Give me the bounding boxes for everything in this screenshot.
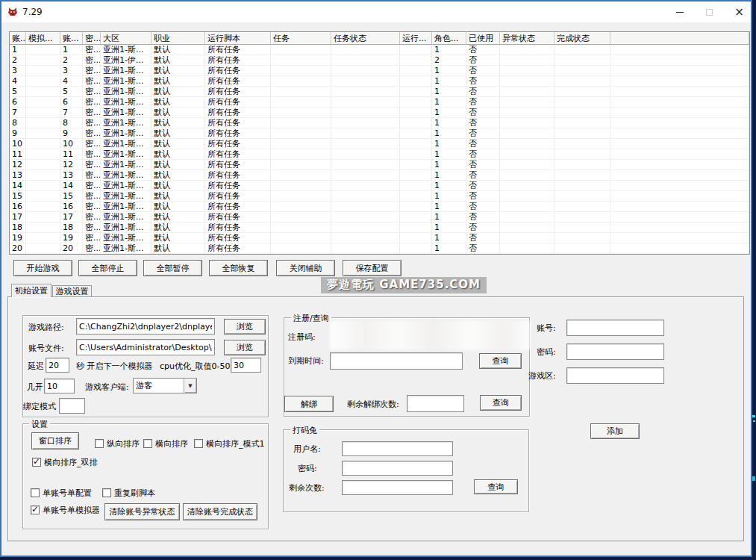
add-password-input[interactable] <box>566 343 664 360</box>
table-header-cell[interactable]: 运行脚本 <box>205 32 271 45</box>
table-cell: 所有任务 <box>205 223 271 233</box>
browse-account-file-button[interactable]: 浏览 <box>224 340 266 355</box>
captcha-remaining-label: 剩余次数: <box>289 482 325 494</box>
game-client-select[interactable]: 游客 ▼ <box>133 378 197 393</box>
table-header-cell[interactable]: 大区 <box>101 32 151 45</box>
add-region-input[interactable] <box>566 367 664 384</box>
table-row[interactable]: 1616密...亚洲1-斯...默认所有任务1否 <box>10 202 749 212</box>
table-row[interactable]: 1919密...亚洲1-斯...默认所有任务1否 <box>10 233 749 243</box>
checkbox-single-account-emulator[interactable]: ✓ <box>31 505 40 514</box>
table-cell: 所有任务 <box>205 128 271 139</box>
table-cell: 默认 <box>151 76 205 87</box>
table-row[interactable]: 1515密...亚洲1-斯...默认所有任务1否 <box>10 191 749 202</box>
table-row[interactable]: 1717密...亚洲1-斯...默认所有任务1否 <box>10 212 749 223</box>
table-row[interactable]: 22密...亚洲1-伊...默认所有任务2否 <box>10 55 749 66</box>
table-header-cell[interactable]: 异常状态 <box>500 32 554 45</box>
table-header-cell[interactable]: 任务状态 <box>331 32 400 45</box>
window-sort-button[interactable]: 窗口排序 <box>31 432 79 449</box>
table-cell: 否 <box>466 139 500 149</box>
expire-time-label: 到期时间: <box>288 355 324 367</box>
table-row[interactable]: 1313密...亚洲1-斯...默认所有任务1否 <box>10 170 749 181</box>
checkbox-vertical-sort[interactable]: ✓ <box>95 439 104 448</box>
clear-complete-status-button[interactable]: 清除账号完成状态 <box>183 503 257 520</box>
query-captcha-button[interactable]: 查询 <box>474 479 518 494</box>
expire-time-input[interactable] <box>330 352 463 370</box>
table-row[interactable]: 1111密...亚洲1-斯...默认所有任务1否 <box>10 149 749 160</box>
chevron-down-icon[interactable]: ▼ <box>184 379 196 393</box>
table-row[interactable]: 99密...亚洲1-斯...默认所有任务1否 <box>10 128 749 139</box>
table-row[interactable]: 1212密...亚洲1-斯...默认所有任务1否 <box>10 160 749 170</box>
checkbox-horizontal-sort-double[interactable]: ✓ <box>32 458 41 467</box>
checkbox-horizontal-sort-mode1[interactable]: ✓ <box>194 439 203 448</box>
table-row[interactable]: 2020密...亚洲1-斯...默认所有任务1否 <box>10 243 749 254</box>
start-game-button[interactable]: 开始游戏 <box>13 260 72 276</box>
table-cell: 1 <box>432 202 466 212</box>
table-cell: 所有任务 <box>205 97 271 108</box>
captcha-remaining-input[interactable] <box>342 480 453 495</box>
instance-count-input[interactable] <box>44 379 75 393</box>
table-header-cell[interactable]: 运行... <box>400 32 432 45</box>
table-cell <box>554 97 610 108</box>
table-row[interactable]: 1818密...亚洲1-斯...默认所有任务1否 <box>10 223 749 233</box>
table-row[interactable]: 55密...亚洲1-斯...默认所有任务1否 <box>10 87 749 97</box>
table-row[interactable]: 33密...亚洲1-斯...默认所有任务1否 <box>10 66 749 76</box>
table-header-cell[interactable]: 职业 <box>151 32 205 45</box>
query-expire-button[interactable]: 查询 <box>479 353 522 369</box>
table-header-cell[interactable] <box>610 32 749 45</box>
checkbox-single-account-config[interactable]: ✓ <box>31 488 40 497</box>
table-cell: 默认 <box>151 243 205 254</box>
add-account-input[interactable] <box>566 320 664 336</box>
unbind-button[interactable]: 解绑 <box>284 396 334 412</box>
save-config-button[interactable]: 保存配置 <box>343 260 402 276</box>
captcha-username-input[interactable] <box>342 441 453 456</box>
tab-initial-settings[interactable]: 初始设置 <box>11 284 51 297</box>
game-path-input[interactable] <box>76 318 215 335</box>
minimize-button[interactable] <box>668 1 691 22</box>
table-cell: 亚洲1-斯... <box>101 233 151 243</box>
table-cell: 1 <box>432 66 466 76</box>
table-cell: 5 <box>10 87 26 97</box>
table-header-cell[interactable]: 任务 <box>271 32 331 45</box>
table-header-cell[interactable]: 密... <box>83 32 101 45</box>
table-header-cell[interactable]: 账... <box>10 32 26 45</box>
table-cell <box>331 149 400 160</box>
table-cell <box>271 66 331 76</box>
table-cell: 15 <box>60 191 83 202</box>
account-file-input[interactable] <box>76 339 215 355</box>
table-row[interactable]: 66密...亚洲1-斯...默认所有任务1否 <box>10 97 749 108</box>
checkbox-repeat-script[interactable]: ✓ <box>102 488 111 497</box>
query-unbind-button[interactable]: 查询 <box>480 395 522 411</box>
table-header-cell[interactable]: 已使用 <box>466 32 500 45</box>
cpu-optimize-input[interactable] <box>231 358 261 373</box>
table-row[interactable]: 44密...亚洲1-斯...默认所有任务1否 <box>10 76 749 87</box>
table-cell: 否 <box>466 128 500 139</box>
table-cell: 否 <box>466 55 500 66</box>
close-button[interactable]: × <box>728 1 751 22</box>
table-row[interactable]: 1010密...亚洲1-斯...默认所有任务1否 <box>10 139 749 149</box>
table-header-cell[interactable]: 角色... <box>432 32 466 45</box>
close-assist-button[interactable]: 关闭辅助 <box>276 260 335 276</box>
resume-all-button[interactable]: 全部恢复 <box>209 260 268 276</box>
table-row[interactable]: 88密...亚洲1-斯...默认所有任务1否 <box>10 118 749 128</box>
table-header-cell[interactable]: 模拟... <box>26 32 60 45</box>
table-row[interactable]: 11密...亚洲1-斯...默认所有任务1否 <box>10 45 749 55</box>
table-cell: 20 <box>60 243 83 254</box>
table-cell <box>271 202 331 212</box>
table-header-cell[interactable]: 账... <box>60 32 83 45</box>
game-client-label: 游戏客户端: <box>85 382 129 393</box>
stop-all-button[interactable]: 全部停止 <box>78 260 137 276</box>
browse-game-path-button[interactable]: 浏览 <box>224 319 266 335</box>
remaining-unbind-input[interactable] <box>407 395 464 412</box>
table-cell <box>331 243 400 254</box>
captcha-password-input[interactable] <box>342 461 453 476</box>
pause-all-button[interactable]: 全部暂停 <box>143 260 202 276</box>
table-row[interactable]: 77密...亚洲1-斯...默认所有任务1否 <box>10 108 749 118</box>
delay-input[interactable] <box>46 358 69 373</box>
tab-game-settings[interactable]: 游戏设置 <box>52 285 92 297</box>
table-header-cell[interactable]: 完成状态 <box>554 32 610 45</box>
bind-mode-input[interactable] <box>59 398 85 414</box>
checkbox-horizontal-sort[interactable]: ✓ <box>143 439 152 448</box>
clear-abnormal-status-button[interactable]: 清除账号异常状态 <box>104 503 180 520</box>
add-button[interactable]: 添加 <box>590 423 640 439</box>
table-row[interactable]: 1414密...亚洲1-斯...默认所有任务1否 <box>10 181 749 191</box>
